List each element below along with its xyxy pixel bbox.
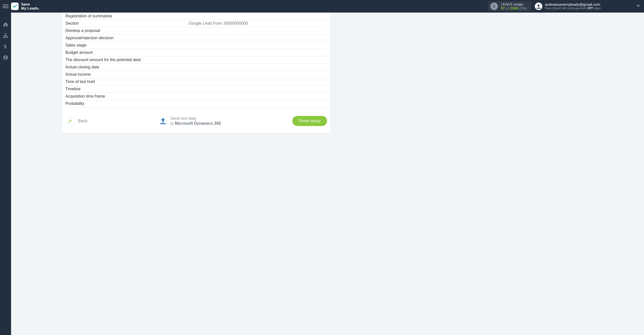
sidebar-item-account[interactable] xyxy=(3,55,8,60)
field-row[interactable]: Actual closing date xyxy=(65,64,327,71)
user-text: andrewsavemyleads@gmail.com Plan |Start|… xyxy=(545,2,601,10)
field-label: Section xyxy=(65,21,189,26)
field-label: Develop a proposal xyxy=(65,28,189,33)
header: Save My Leads. i LEADS usage: 57 of 2'00… xyxy=(0,0,644,13)
chevron-down-icon[interactable] xyxy=(636,4,640,9)
field-row[interactable]: Develop a proposal xyxy=(65,27,327,34)
field-label: Acquisition time frame xyxy=(65,94,189,99)
field-label: Time of last hold xyxy=(65,79,189,84)
plan-suffix: days xyxy=(593,6,601,10)
plan-prefix: Plan |Start| left until payment xyxy=(545,6,587,10)
actions-bar: Back Send test data to Microsoft Dynamic… xyxy=(62,107,330,126)
field-label: Approval/rejection decision xyxy=(65,36,189,40)
sidebar-item-home[interactable] xyxy=(3,22,8,27)
field-label: Timeline xyxy=(65,87,189,91)
plan-days: 377 xyxy=(587,6,593,10)
svg-point-1 xyxy=(538,5,539,7)
svg-point-8 xyxy=(5,56,6,58)
svg-rect-9 xyxy=(160,123,166,124)
field-label: Sales stage xyxy=(65,43,189,48)
menu-button[interactable] xyxy=(3,3,9,9)
svg-rect-5 xyxy=(7,37,8,38)
avatar xyxy=(535,3,542,10)
send-test-line2: to Microsoft Dynamics 365 xyxy=(170,121,221,126)
brand-line1: Save xyxy=(21,2,30,6)
field-row[interactable]: Time of last hold xyxy=(65,78,327,86)
svg-rect-2 xyxy=(5,33,6,34)
sidebar-item-billing[interactable]: $ xyxy=(3,44,8,49)
usage-of: of xyxy=(505,6,509,10)
pencil-icon xyxy=(68,119,72,123)
usage-label: LEADS usage: xyxy=(501,2,527,6)
field-row[interactable]: Approval/rejection decision xyxy=(65,34,327,42)
send-test-button[interactable]: Send test data to Microsoft Dynamics 365 xyxy=(159,116,221,126)
edit-icon-circle xyxy=(65,116,75,126)
setup-card: Registration of summariesSectionGoogle L… xyxy=(62,13,330,133)
field-row[interactable]: Actual income xyxy=(65,71,327,78)
usage-total: 2'000 xyxy=(510,6,518,10)
field-label: Actual closing date xyxy=(65,65,189,69)
svg-rect-3 xyxy=(3,37,5,38)
user-circle-icon xyxy=(3,55,8,60)
user-block[interactable]: andrewsavemyleads@gmail.com Plan |Start|… xyxy=(535,2,601,10)
usage-numbers: 57 of 2'000 (3%) xyxy=(501,6,527,10)
field-row[interactable]: Acquisition time frame xyxy=(65,93,327,100)
field-row[interactable]: SectionGoogle Lead Form 30000000000 xyxy=(65,20,327,27)
svg-text:$: $ xyxy=(4,44,7,49)
dollar-icon: $ xyxy=(4,44,7,49)
field-row[interactable]: Budget amount xyxy=(65,49,327,56)
brand-name: Save My Leads. xyxy=(21,2,39,10)
sidebar: $ xyxy=(0,13,11,335)
field-row[interactable]: Probability xyxy=(65,100,327,107)
send-test-line1: Send test data xyxy=(170,116,221,121)
field-rows: Registration of summariesSectionGoogle L… xyxy=(62,13,330,107)
field-row[interactable]: Timeline xyxy=(65,86,327,93)
field-label: Actual income xyxy=(65,72,189,77)
field-value: Google Lead Form 30000000000 xyxy=(189,21,327,26)
field-row[interactable]: Sales stage xyxy=(65,42,327,49)
finish-setup-button[interactable]: Finish setup xyxy=(292,116,327,126)
field-row[interactable]: Registration of summaries xyxy=(65,13,327,20)
field-label: Registration of summaries xyxy=(65,14,189,18)
send-to: to xyxy=(170,121,175,125)
user-icon xyxy=(536,4,541,9)
field-label: Probability xyxy=(65,101,189,106)
sitemap-icon xyxy=(3,33,8,38)
brand-line2: My Leads. xyxy=(21,6,39,10)
send-test-text: Send test data to Microsoft Dynamics 365 xyxy=(170,116,221,126)
info-icon: i xyxy=(490,3,498,10)
field-row[interactable]: The discount amount for the potential de… xyxy=(65,56,327,64)
send-dest: Microsoft Dynamics 365 xyxy=(175,121,221,125)
back-button[interactable]: Back xyxy=(65,116,88,126)
usage-text: LEADS usage: 57 of 2'000 (3%) xyxy=(501,2,527,10)
field-label: Budget amount xyxy=(65,50,189,55)
usage-pct: (3%) xyxy=(518,6,527,10)
home-icon xyxy=(3,22,8,27)
back-label: Back xyxy=(78,118,88,123)
user-plan: Plan |Start| left until payment 377 days xyxy=(545,7,601,10)
upload-icon xyxy=(159,117,167,125)
usage-used: 57 xyxy=(501,6,505,10)
check-icon xyxy=(12,4,17,9)
field-label: The discount amount for the potential de… xyxy=(65,58,189,62)
user-email: andrewsavemyleads@gmail.com xyxy=(545,2,601,7)
main: Registration of summariesSectionGoogle L… xyxy=(11,13,644,335)
logo-icon[interactable] xyxy=(11,3,19,10)
leads-usage-block[interactable]: i LEADS usage: 57 of 2'000 (3%) xyxy=(488,1,531,12)
sidebar-item-connections[interactable] xyxy=(3,33,8,38)
svg-rect-4 xyxy=(5,37,6,38)
